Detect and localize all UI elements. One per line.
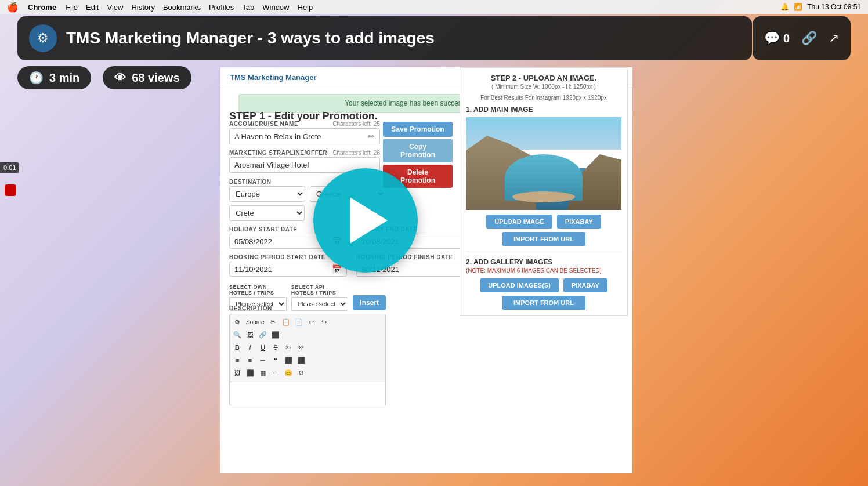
menu-tab[interactable]: Tab bbox=[242, 3, 254, 12]
gallery-pixabay-button[interactable]: PIXABAY bbox=[563, 278, 607, 292]
description-label: DESCRIPTION bbox=[229, 305, 386, 311]
play-button-overlay[interactable] bbox=[308, 162, 424, 278]
italic-btn[interactable]: I bbox=[244, 342, 256, 353]
embed-btn[interactable]: ⬛ bbox=[244, 367, 256, 379]
accom-char-count: Characters left: 25 bbox=[332, 121, 380, 127]
play-triangle-icon bbox=[350, 197, 388, 244]
duration-pill: 🕐 3 min bbox=[17, 66, 91, 89]
edit-icon: ✏ bbox=[368, 132, 375, 141]
source-text-btn[interactable]: Source bbox=[244, 316, 266, 328]
app-header-title: TMS Marketing Manager bbox=[230, 73, 317, 82]
gallery-note: (NOTE: MAXIMUM 6 IMAGES CAN BE SELECTED) bbox=[466, 267, 621, 274]
special-btn[interactable]: Ω bbox=[295, 367, 307, 379]
timer-display: 0:01 bbox=[0, 162, 19, 173]
eye-icon: 👁 bbox=[114, 71, 126, 85]
menu-file[interactable]: File bbox=[66, 3, 78, 12]
record-indicator bbox=[5, 184, 16, 196]
video-title: TMS Marketing Manager - 3 ways to add im… bbox=[66, 29, 435, 48]
upload-image-button[interactable]: UPLOAD IMAGE bbox=[486, 215, 552, 229]
marketing-value: Arosmari Village Hotel bbox=[234, 161, 309, 169]
strike-btn[interactable]: S bbox=[270, 342, 281, 353]
menu-profiles[interactable]: Profiles bbox=[209, 3, 234, 12]
destination-label: DESTINATION bbox=[229, 179, 272, 185]
app-name: Chrome bbox=[28, 3, 56, 12]
superscript-btn[interactable]: X² bbox=[295, 342, 307, 353]
main-image-display bbox=[466, 117, 621, 210]
gallery-title: 2. ADD GALLERY IMAGES bbox=[466, 258, 621, 266]
editor-content-area[interactable] bbox=[229, 382, 386, 405]
menubar-right-icons: 🔔 📶 Thu 13 Oct 08:51 bbox=[780, 3, 861, 11]
ol-btn[interactable]: ≡ bbox=[232, 354, 243, 366]
accom-value: A Haven to Relax in Crete bbox=[234, 132, 321, 141]
img-btn[interactable]: 🖼 bbox=[244, 329, 256, 340]
hr2-btn[interactable]: ─ bbox=[270, 367, 281, 379]
menu-edit[interactable]: Edit bbox=[86, 3, 99, 12]
video-title-bar: ⚙ TMS Marketing Manager - 3 ways to add … bbox=[17, 16, 752, 60]
wifi-icon: 📶 bbox=[794, 3, 802, 11]
copy-btn[interactable]: 📋 bbox=[280, 316, 292, 328]
link-button[interactable]: 🔗 bbox=[801, 31, 817, 46]
views-text: 68 views bbox=[132, 71, 179, 85]
menu-bookmarks[interactable]: Bookmarks bbox=[163, 3, 201, 12]
ul-btn[interactable]: ≡ bbox=[244, 354, 256, 366]
video-action-buttons[interactable]: 💬 0 🔗 ↗ bbox=[753, 16, 851, 60]
upload-images-button[interactable]: UPLOAD IMAGES(S) bbox=[480, 278, 559, 292]
emoji-btn[interactable]: 😊 bbox=[283, 367, 294, 379]
upload-buttons-row: UPLOAD IMAGE PIXABAY bbox=[466, 215, 621, 229]
views-pill: 👁 68 views bbox=[103, 66, 191, 89]
comment-icon: 💬 bbox=[764, 31, 780, 46]
redo-btn[interactable]: ↪ bbox=[319, 316, 330, 328]
find-btn[interactable]: 🔍 bbox=[232, 329, 243, 340]
apple-logo: 🍎 bbox=[7, 2, 19, 13]
site-icon: ⚙ bbox=[29, 24, 57, 52]
table2-btn[interactable]: ▦ bbox=[257, 367, 269, 379]
menu-history[interactable]: History bbox=[131, 3, 154, 12]
hr-btn[interactable]: ─ bbox=[257, 354, 269, 366]
comment-button[interactable]: 💬 0 bbox=[764, 31, 790, 46]
import-from-url-button[interactable]: IMPORT FROM URL bbox=[502, 232, 585, 246]
time-display: Thu 13 Oct 08:51 bbox=[807, 3, 861, 11]
play-circle[interactable] bbox=[313, 168, 418, 273]
step2-title: STEP 2 - UPLOAD AN IMAGE. bbox=[466, 74, 621, 82]
save-promotion-button[interactable]: Save Promotion bbox=[383, 122, 453, 137]
step2-best-results: For Best Results For Instagram 1920px x … bbox=[466, 95, 621, 101]
continent-select[interactable]: Europe bbox=[229, 186, 305, 202]
align-left-btn[interactable]: ⬛ bbox=[283, 354, 294, 366]
copy-promotion-button[interactable]: Copy Promotion bbox=[383, 139, 453, 162]
main-image-title: 1. ADD MAIN IMAGE bbox=[466, 106, 621, 114]
menu-items: File Edit View History Bookmarks Profile… bbox=[66, 3, 313, 12]
clock-icon: 🔔 bbox=[780, 3, 789, 11]
blockquote-btn[interactable]: ❝ bbox=[270, 354, 281, 366]
accom-label: ACCOM/CRUISE NAME bbox=[229, 121, 298, 127]
bold-btn[interactable]: B bbox=[232, 342, 243, 353]
subscript-btn[interactable]: X₂ bbox=[283, 342, 294, 353]
menu-help[interactable]: Help bbox=[298, 3, 313, 12]
clock-icon: 🕐 bbox=[29, 71, 44, 85]
step2-min-size: ( Minimum Size W: 1000px - H: 1250px ) bbox=[466, 84, 621, 90]
link-icon: 🔗 bbox=[801, 31, 817, 46]
gallery-import-url-button[interactable]: IMPORT FROM URL bbox=[502, 296, 585, 310]
api-hotels-label: SELECT API HOTELS / TRIPS bbox=[291, 284, 349, 296]
source-btn[interactable]: ⚙ bbox=[232, 316, 243, 328]
pixabay-button[interactable]: PIXABAY bbox=[557, 215, 601, 229]
img2-btn[interactable]: 🖼 bbox=[232, 367, 243, 379]
align-center-btn[interactable]: ⬛ bbox=[295, 354, 307, 366]
menu-view[interactable]: View bbox=[107, 3, 123, 12]
link-btn[interactable]: 🔗 bbox=[257, 329, 269, 340]
region-select[interactable]: Crete bbox=[229, 205, 305, 221]
cut-btn[interactable]: ✂ bbox=[267, 316, 279, 328]
external-button[interactable]: ↗ bbox=[829, 31, 839, 46]
undo-btn[interactable]: ↩ bbox=[306, 316, 317, 328]
menu-window[interactable]: Window bbox=[262, 3, 289, 12]
own-hotels-label: SELECT OWN HOTELS / TRIPS bbox=[229, 284, 287, 296]
editor-toolbar: ⚙ Source ✂ 📋 📄 ↩ ↪ 🔍 🖼 🔗 ⬛ B I U S X₂ X²… bbox=[229, 314, 386, 382]
table-btn[interactable]: ⬛ bbox=[270, 329, 281, 340]
underline-btn[interactable]: U bbox=[257, 342, 269, 353]
marketing-char-count: Characters left: 28 bbox=[332, 150, 380, 156]
marketing-label: MARKETING STRAPLINE/OFFER bbox=[229, 150, 327, 156]
paste-btn[interactable]: 📄 bbox=[293, 316, 305, 328]
meta-bar: 🕐 3 min 👁 68 views bbox=[17, 66, 191, 89]
accom-input[interactable]: A Haven to Relax in Crete ✏ bbox=[229, 128, 380, 144]
duration-text: 3 min bbox=[49, 71, 79, 85]
mac-menubar: 🍎 Chrome File Edit View History Bookmark… bbox=[0, 0, 868, 14]
